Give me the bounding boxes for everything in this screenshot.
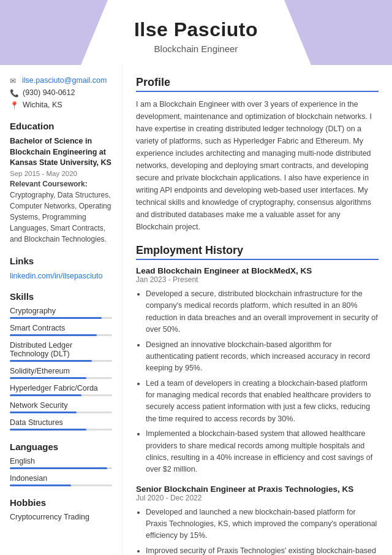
job-bullet: Designed an innovative blockchain-based … (146, 339, 379, 375)
job-bullet: Implemented a blockchain-based system th… (146, 428, 379, 476)
sidebar: ✉ ilse.pasciuto@gmail.com 📞 (930) 940-06… (0, 65, 123, 555)
language-bar-bg (10, 484, 112, 486)
skills-title: Skills (10, 291, 112, 302)
skill-item: Solidity/Ethereum (10, 367, 112, 379)
education-dates: Sep 2015 - May 2020 (10, 170, 112, 177)
language-bar-fill (10, 484, 71, 486)
skill-bar-bg (10, 429, 112, 431)
links-title: Links (10, 256, 112, 266)
linkedin-link[interactable]: linkedin.com/in/ilsepasciuto (10, 272, 102, 280)
candidate-name: Ilse Pasciuto (12, 18, 380, 41)
links-section: Links linkedin.com/in/ilsepasciuto (10, 256, 112, 280)
skill-item: Network Security (10, 401, 112, 413)
job-title: Lead Blockchain Engineer at BlockMedX, K… (136, 266, 379, 275)
phone-text: (930) 940-0612 (23, 88, 75, 97)
skill-label: Solidity/Ethereum (10, 367, 112, 375)
languages-title: Languages (10, 442, 112, 452)
skill-label: Cryptography (10, 307, 112, 315)
skill-label: Data Structures (10, 418, 112, 427)
job-date: Jan 2023 - Present (136, 275, 379, 284)
language-label: Indonesian (10, 474, 112, 483)
coursework-label: Relevant Coursework: (10, 180, 88, 188)
candidate-title: Blockchain Engineer (12, 44, 380, 54)
skill-bar-bg (10, 334, 112, 336)
job-bullets: Developed a secure, distributed blockcha… (146, 288, 379, 476)
main-content: Profile I am a Blockchain Engineer with … (123, 65, 392, 555)
skills-section: Skills Cryptography Smart Contracts Dist… (10, 291, 112, 431)
skill-item: Hyperledger Fabric/Corda (10, 384, 112, 396)
location-icon: 📍 (10, 101, 19, 110)
skill-bar-fill (10, 411, 77, 413)
job-bullets: Developed and launched a new blockchain-… (146, 507, 379, 555)
skill-bar-fill (10, 429, 86, 431)
skill-bar-fill (10, 377, 86, 379)
job-bullet: Developed and launched a new blockchain-… (146, 507, 379, 542)
skill-bar-bg (10, 377, 112, 379)
education-title: Education (10, 121, 112, 131)
skill-bar-bg (10, 411, 112, 413)
profile-section-title: Profile (136, 76, 379, 92)
job-bullet: Developed a secure, distributed blockcha… (146, 288, 379, 336)
language-label: English (10, 457, 112, 465)
resume-header: Ilse Pasciuto Blockchain Engineer (0, 0, 392, 65)
skill-bar-fill (10, 334, 97, 336)
education-coursework: Relevant Coursework: Cryptography, Data … (10, 178, 112, 245)
skill-label: Hyperledger Fabric/Corda (10, 384, 112, 392)
skill-bar-bg (10, 317, 112, 319)
language-bar-bg (10, 467, 112, 469)
education-degree: Bachelor of Science in Blockchain Engine… (10, 136, 112, 169)
job-bullet: Improved security of Praxis Technologies… (146, 545, 379, 555)
skill-label: Distributed Ledger Technology (DLT) (10, 341, 112, 358)
job-entry: Lead Blockchain Engineer at BlockMedX, K… (136, 266, 379, 476)
job-date: Jul 2020 - Dec 2022 (136, 494, 379, 502)
location-text: Wichita, KS (23, 101, 62, 109)
skill-bar-fill (10, 360, 92, 362)
skill-item: Distributed Ledger Technology (DLT) (10, 341, 112, 362)
contact-location: 📍 Wichita, KS (10, 101, 112, 110)
language-item: Indonesian (10, 474, 112, 486)
skill-label: Network Security (10, 401, 112, 410)
skill-bar-fill (10, 394, 81, 396)
skill-item: Cryptography (10, 307, 112, 319)
language-item: English (10, 457, 112, 469)
employment-section: Employment History Lead Blockchain Engin… (136, 244, 379, 555)
employment-section-title: Employment History (136, 244, 379, 260)
main-layout: ✉ ilse.pasciuto@gmail.com 📞 (930) 940-06… (0, 65, 392, 555)
skill-bar-fill (10, 317, 102, 319)
contact-section: ✉ ilse.pasciuto@gmail.com 📞 (930) 940-06… (10, 76, 112, 110)
profile-section: Profile I am a Blockchain Engineer with … (136, 76, 379, 233)
languages-section: Languages English Indonesian (10, 442, 112, 486)
language-bar-fill (10, 467, 107, 469)
skill-item: Data Structures (10, 418, 112, 431)
job-title: Senior Blockchain Engineer at Praxis Tec… (136, 484, 379, 494)
skill-bar-bg (10, 360, 112, 362)
phone-icon: 📞 (10, 89, 19, 98)
hobbies-text: Cryptocurrency Trading (10, 513, 112, 521)
email-icon: ✉ (10, 77, 18, 85)
contact-phone: 📞 (930) 940-0612 (10, 88, 112, 98)
hobbies-section: Hobbies Cryptocurrency Trading (10, 497, 112, 521)
skill-item: Smart Contracts (10, 324, 112, 336)
coursework-text: Cryptography, Data Structures, Computer … (10, 191, 111, 243)
job-entry: Senior Blockchain Engineer at Praxis Tec… (136, 484, 379, 555)
profile-text: I am a Blockchain Engineer with over 3 y… (136, 98, 379, 233)
skill-bar-bg (10, 394, 112, 396)
link-linkedin: linkedin.com/in/ilsepasciuto (10, 271, 112, 280)
job-bullet: Led a team of developers in creating a b… (146, 378, 379, 426)
email-link[interactable]: ilse.pasciuto@gmail.com (22, 76, 107, 85)
skill-label: Smart Contracts (10, 324, 112, 332)
education-section: Education Bachelor of Science in Blockch… (10, 121, 112, 245)
contact-email: ✉ ilse.pasciuto@gmail.com (10, 76, 112, 85)
hobbies-title: Hobbies (10, 497, 112, 508)
